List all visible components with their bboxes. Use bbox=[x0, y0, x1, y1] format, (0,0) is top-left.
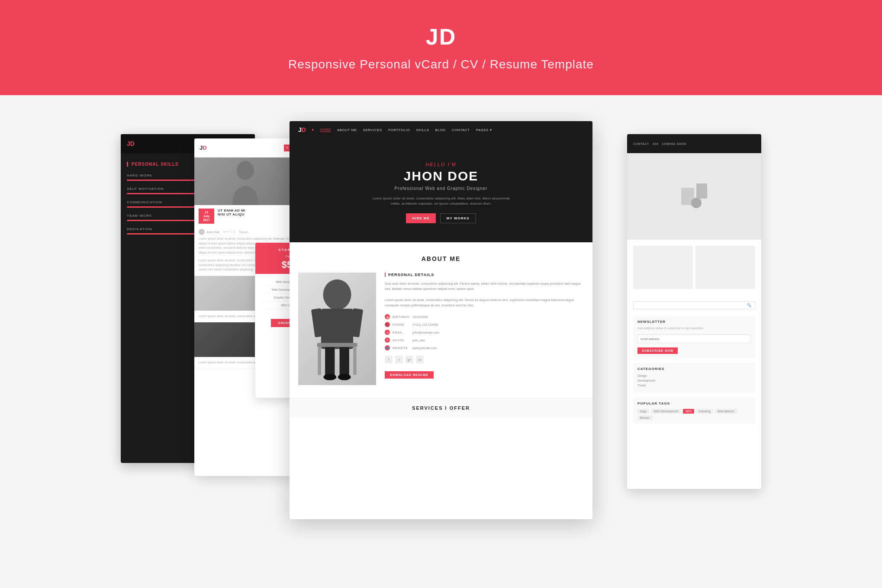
newsletter-subscribe-btn[interactable]: SUBSCRIBE NOW bbox=[637, 347, 678, 354]
tag-seo: SEO bbox=[683, 409, 695, 414]
blog-header: JD ✎ bbox=[194, 138, 296, 157]
hello-text: HELLO I'M bbox=[425, 162, 456, 167]
skype-val: john_doe bbox=[412, 339, 425, 342]
about-desc-1: Duis aute dolor sit amet, consectetur ad… bbox=[385, 281, 584, 292]
tag-branding: branding bbox=[696, 409, 713, 414]
newsletter-box: NEWSLETTER mail address below to subscri… bbox=[633, 315, 755, 358]
phone-icon: 📞 bbox=[385, 322, 390, 327]
main-card: JD HOME ABOUT ME SERVICES PORTFOLIO SKIL… bbox=[290, 121, 592, 519]
email-val: john@example.com bbox=[412, 331, 439, 334]
website-row: 🌐 WEBSITE www.johnsite.com bbox=[385, 345, 584, 350]
birthday-val: 13/10/1990 bbox=[412, 315, 428, 318]
nav-services[interactable]: SERVICES bbox=[363, 128, 382, 132]
linkedin-icon[interactable]: in bbox=[416, 356, 424, 363]
product-image-icon bbox=[673, 179, 716, 214]
post-1-image bbox=[194, 157, 296, 205]
skype-icon: S bbox=[385, 337, 390, 343]
svg-rect-8 bbox=[325, 347, 335, 377]
tag-web-banner: Web Banner bbox=[715, 409, 737, 414]
hero-buttons: HIRE ME MY WORKS bbox=[406, 213, 476, 223]
sidebar-card-header: CONTACT 404 COMING SOON bbox=[627, 134, 761, 153]
svg-rect-14 bbox=[353, 347, 356, 375]
svg-point-10 bbox=[323, 374, 336, 380]
categories-title: CATEGORIES bbox=[637, 367, 751, 371]
birthday-icon: 🎂 bbox=[385, 314, 390, 319]
product-cards-row bbox=[627, 240, 761, 295]
person-silhouette-icon bbox=[298, 273, 376, 385]
twitter-icon[interactable]: t bbox=[395, 356, 403, 363]
about-section: ABOUT ME bbox=[290, 242, 592, 398]
about-title: ABOUT ME bbox=[298, 255, 584, 262]
svg-point-11 bbox=[338, 374, 351, 380]
google-plus-icon[interactable]: g+ bbox=[406, 356, 413, 363]
hero-content: HELLO I'M JHON DOE Professional Web and … bbox=[290, 138, 592, 242]
nav-portfolio[interactable]: PORTFOLIO bbox=[388, 128, 410, 132]
services-title: SERVICES I OFFER bbox=[298, 405, 584, 411]
hero-subtitle: Responsive Personal vCard / CV / Resume … bbox=[288, 58, 594, 71]
newsletter-input[interactable] bbox=[637, 334, 751, 343]
author-avatar bbox=[199, 229, 205, 235]
popular-tags-box: POPULAR TAGS dogs Web Development SEO br… bbox=[633, 397, 755, 424]
nav-skills[interactable]: SKILLS bbox=[416, 128, 429, 132]
showcase-area: JD ✎ PERSONAL SKILLS HARD WORK SELF MOTI… bbox=[0, 95, 882, 588]
hero-name: JHON DOE bbox=[404, 169, 479, 183]
website-val: www.johnsite.com bbox=[412, 347, 437, 350]
nav-contact[interactable]: CONTACT bbox=[452, 128, 470, 132]
product-image-area bbox=[627, 153, 761, 240]
product-card-2 bbox=[695, 246, 755, 289]
about-photo bbox=[298, 273, 376, 385]
svg-rect-12 bbox=[317, 343, 357, 347]
post-1-title: UT ENIM AD MINISI UT ALIQU bbox=[218, 209, 292, 216]
birthday-row: 🎂 BIRTHDAY 13/10/1990 bbox=[385, 314, 584, 319]
hero-description: Lorem ipsum dolor sit amet, consectetur … bbox=[367, 196, 515, 206]
site-logo: JD bbox=[298, 126, 306, 133]
website-icon: 🌐 bbox=[385, 345, 390, 350]
post-1-info: UT ENIM AD MINISI UT ALIQU bbox=[218, 209, 292, 218]
post-1-author-row: John Doe ★ ♥ 🗨 ☰ Travel... bbox=[194, 227, 296, 237]
sidebar-card: CONTACT 404 COMING SOON 🔍 NE bbox=[627, 134, 761, 489]
phone-row: 📞 PHONE (+121) 123 12345b bbox=[385, 322, 584, 327]
nav-dot bbox=[312, 129, 314, 131]
category-development: Development bbox=[637, 379, 751, 382]
skills-card-logo: JD bbox=[127, 140, 135, 147]
tag-banner: Banner bbox=[637, 415, 653, 420]
phone-val: (+121) 123 12345b bbox=[412, 323, 438, 326]
sidebar-search[interactable]: 🔍 bbox=[633, 301, 755, 309]
center-nav: JD HOME ABOUT ME SERVICES PORTFOLIO SKIL… bbox=[290, 121, 592, 138]
blog-logo: JD bbox=[200, 145, 207, 151]
tag-dogs: dogs bbox=[637, 409, 649, 414]
about-details: PERSONAL DETAILS Duis aute dolor sit ame… bbox=[385, 273, 584, 385]
svg-rect-13 bbox=[318, 347, 321, 375]
nav-home[interactable]: HOME bbox=[320, 128, 331, 132]
email-row: ✉ EMAIL john@example.com bbox=[385, 330, 584, 335]
post-1-meta: 13 July 2017 UT ENIM AD MINISI UT ALIQU bbox=[194, 205, 296, 227]
nav-about[interactable]: ABOUT ME bbox=[337, 128, 357, 132]
tags-row: dogs Web Development SEO branding Web Ba… bbox=[637, 409, 751, 420]
facebook-icon[interactable]: f bbox=[385, 356, 393, 363]
center-hero: JD HOME ABOUT ME SERVICES PORTFOLIO SKIL… bbox=[290, 121, 592, 242]
hero-section: JD Responsive Personal vCard / CV / Resu… bbox=[0, 0, 882, 95]
personal-details-title: PERSONAL DETAILS bbox=[385, 273, 584, 277]
my-works-btn[interactable]: MY WORKS bbox=[440, 213, 476, 223]
category-travel: Travel bbox=[637, 384, 751, 387]
about-desc-2: Lorem ipsum dolor sit amet, consectetur … bbox=[385, 298, 584, 308]
brand-logo: JD bbox=[426, 24, 456, 50]
mockups-wrapper: JD ✎ PERSONAL SKILLS HARD WORK SELF MOTI… bbox=[116, 121, 766, 532]
skype-row: S SKYPE john_doe bbox=[385, 337, 584, 343]
download-resume-btn[interactable]: DOWNLOAD RESUME bbox=[385, 371, 434, 379]
svg-rect-1 bbox=[696, 183, 707, 199]
email-icon: ✉ bbox=[385, 330, 390, 335]
categories-box: CATEGORIES Design Development Travel bbox=[633, 363, 755, 393]
post-1-date: 13 July 2017 bbox=[199, 209, 214, 224]
author-name: John Doe bbox=[206, 231, 219, 234]
popular-tags-title: POPULAR TAGS bbox=[637, 402, 751, 405]
newsletter-desc: mail address below to subscribe to my ne… bbox=[637, 326, 751, 331]
newsletter-title: NEWSLETTER bbox=[637, 320, 751, 324]
category-design: Design bbox=[637, 374, 751, 377]
hire-me-btn[interactable]: HIRE ME bbox=[406, 213, 435, 223]
svg-point-3 bbox=[237, 161, 254, 180]
svg-point-2 bbox=[691, 198, 702, 208]
nav-blog[interactable]: BLOG bbox=[435, 128, 446, 132]
nav-pages[interactable]: PAGES ▾ bbox=[476, 128, 492, 132]
svg-point-4 bbox=[323, 280, 351, 310]
